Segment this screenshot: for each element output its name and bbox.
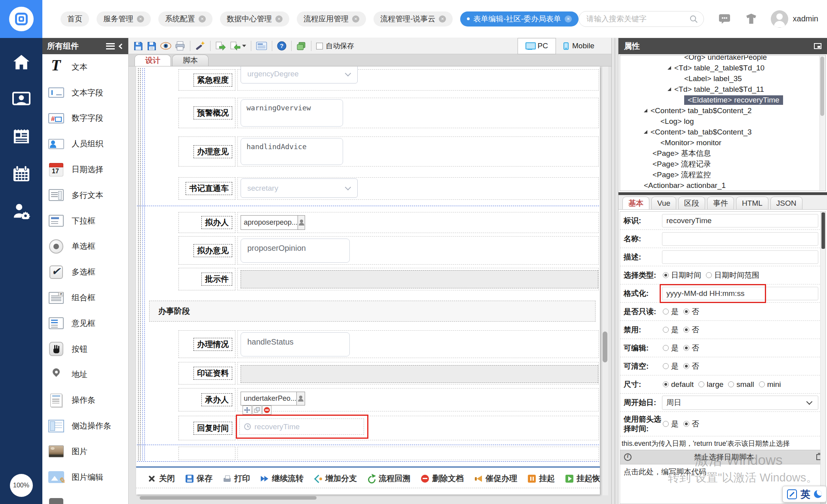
tree-node[interactable]: <Page> 基本信息 xyxy=(621,148,819,159)
nav-user-settings[interactable] xyxy=(0,192,42,229)
person-icon[interactable] xyxy=(298,216,305,229)
expand-arrow-icon[interactable] xyxy=(668,66,671,70)
props-tab-Vue[interactable]: Vue xyxy=(651,197,676,209)
toggle-panel-icon[interactable] xyxy=(814,43,821,49)
textarea-warningOverview[interactable]: warningOverview xyxy=(241,99,343,127)
radio-size-mini[interactable] xyxy=(759,381,765,387)
header-tab[interactable]: 流程应用管理× xyxy=(297,11,366,27)
panel-splitter[interactable] xyxy=(611,38,618,504)
textarea-handlindAdvice[interactable]: handlindAdvice xyxy=(241,138,343,165)
tree-node[interactable]: <Label> label_35 xyxy=(621,73,819,84)
props-tab-事件[interactable]: 事件 xyxy=(707,197,734,209)
tree-node[interactable]: <Content> tab_tab$Content_3 xyxy=(621,127,819,137)
prop-desc-input[interactable] xyxy=(662,250,818,264)
radio-datetime[interactable] xyxy=(663,272,669,278)
form-settings-icon[interactable] xyxy=(256,42,267,50)
tree-scrollbar[interactable] xyxy=(819,56,825,190)
component-item[interactable]: 侧边操作条 xyxy=(42,413,128,439)
radio-disabled-yes[interactable] xyxy=(663,327,669,333)
device-tab-mobile[interactable]: Mobile xyxy=(556,38,602,54)
header-tab[interactable]: 首页 xyxy=(61,11,89,27)
component-item[interactable]: 单选框 xyxy=(42,234,128,260)
nav-monitor-user[interactable] xyxy=(0,81,42,118)
action-rollback-button[interactable]: 流程回溯 xyxy=(368,473,410,484)
tree-node[interactable]: <Td> table_2_table$Td_11 xyxy=(621,84,819,95)
ime-language[interactable]: 英 xyxy=(800,488,810,501)
radio-size-default[interactable] xyxy=(663,381,669,387)
component-item[interactable]: 下拉框 xyxy=(42,208,128,234)
action-suspend-button[interactable]: 挂起 xyxy=(528,473,555,484)
people-picker-undertaker[interactable]: undertakerPeo... xyxy=(241,392,305,405)
expand-arrow-icon[interactable] xyxy=(668,87,671,91)
autosave-toggle[interactable]: 自动保存 xyxy=(316,41,354,51)
action-forward-button[interactable]: 继续流转 xyxy=(261,473,303,484)
field-label-proposerOpinion[interactable]: 拟办意见 xyxy=(193,244,232,257)
move-icon[interactable] xyxy=(243,405,252,415)
component-item[interactable]: 图片 xyxy=(42,439,128,464)
avatar[interactable] xyxy=(771,10,788,28)
props-tab-区段[interactable]: 区段 xyxy=(678,197,705,209)
prop-id-input[interactable] xyxy=(662,214,818,227)
props-tab-基本[interactable]: 基本 xyxy=(622,197,649,209)
save-icon[interactable] xyxy=(133,41,143,51)
attachment-area-approval[interactable] xyxy=(241,270,598,288)
autosave-checkbox[interactable] xyxy=(316,43,323,49)
message-icon[interactable] xyxy=(719,13,731,25)
delete-icon[interactable] xyxy=(262,405,271,415)
collapse-panel-icon[interactable] xyxy=(119,43,124,49)
close-icon[interactable]: × xyxy=(439,15,446,23)
theme-icon[interactable] xyxy=(745,13,757,24)
close-icon[interactable]: × xyxy=(137,15,144,23)
script-edit-hint[interactable]: 点击此处，编写脚本代码 xyxy=(620,464,820,481)
component-item[interactable]: 图片编辑 xyxy=(42,464,128,490)
close-icon[interactable]: × xyxy=(565,15,572,23)
nav-home[interactable] xyxy=(0,44,42,81)
expand-arrow-icon[interactable] xyxy=(644,130,647,134)
field-label-recovery[interactable]: 回复时间 xyxy=(193,422,232,435)
wizard-icon[interactable] xyxy=(195,41,205,51)
textarea-proposerOpinion[interactable]: proposerOpinion xyxy=(241,239,350,263)
device-tab-pc[interactable]: PC xyxy=(518,38,556,54)
select-urgencyDegree[interactable]: urgencyDegree xyxy=(241,66,358,83)
radio-arrow-yes[interactable] xyxy=(663,421,669,427)
properties-scrollbar[interactable] xyxy=(820,212,825,504)
disable-date-script-bar[interactable]: 禁止选择日期脚本 xyxy=(620,450,825,464)
close-icon[interactable]: × xyxy=(275,15,283,23)
tree-node[interactable]: <Monitor> monitor xyxy=(621,137,819,148)
tree-node[interactable]: <Actionbar> actionbar_1 xyxy=(621,180,819,191)
layers-icon[interactable] xyxy=(296,42,306,51)
component-item[interactable] xyxy=(42,490,128,504)
field-label-approval[interactable]: 批示件 xyxy=(201,273,232,286)
component-item[interactable]: 人员组织 xyxy=(42,131,128,157)
textarea-handleStatus[interactable]: handleStatus xyxy=(241,332,350,356)
field-label-advice[interactable]: 办理意见 xyxy=(193,145,232,158)
field-label-handleStatus[interactable]: 办理情况 xyxy=(193,338,232,351)
app-logo[interactable] xyxy=(0,0,42,38)
component-item[interactable]: 意见框 xyxy=(42,311,128,336)
canvas-vertical-scrollbar-thumb[interactable] xyxy=(603,332,607,362)
header-tab[interactable]: 表单编辑-社区-委办局表单× xyxy=(460,11,579,27)
field-label-proposer[interactable]: 拟办人 xyxy=(201,216,232,229)
canvas-horizontal-scrollbar-thumb[interactable] xyxy=(140,496,317,500)
component-item[interactable]: 日期选择 xyxy=(42,157,128,182)
radio-datetime-range[interactable] xyxy=(706,272,712,278)
tree-node[interactable]: <Td> table_2_table$Td_10 xyxy=(621,63,819,73)
header-tab[interactable]: 服务管理× xyxy=(97,11,151,27)
ime-pen-icon[interactable] xyxy=(787,489,797,499)
tab-script[interactable]: 脚本 xyxy=(172,55,209,66)
select-secretary[interactable]: secretary xyxy=(241,178,358,198)
tree-node[interactable]: <Page> 流程监控 xyxy=(621,169,819,180)
radio-readonly-yes[interactable] xyxy=(663,309,669,315)
preview-eye-icon[interactable] xyxy=(160,42,171,50)
action-print-button[interactable]: 打印 xyxy=(223,473,250,484)
action-save-button[interactable]: 保存 xyxy=(186,473,212,484)
field-label-secretary[interactable]: 书记直通车 xyxy=(186,182,232,195)
tree-node[interactable]: <Eldatetime> recoveryTime xyxy=(621,95,819,105)
tree-node[interactable]: <Org> undertakerPeople xyxy=(621,55,819,63)
radio-arrow-no[interactable] xyxy=(683,421,689,427)
component-item[interactable]: 地址 xyxy=(42,362,128,388)
menu-icon[interactable] xyxy=(106,43,115,49)
attachment-area-evidence[interactable] xyxy=(241,365,598,383)
person-icon[interactable] xyxy=(296,392,305,405)
field-label-evidence[interactable]: 印证资料 xyxy=(193,367,232,380)
